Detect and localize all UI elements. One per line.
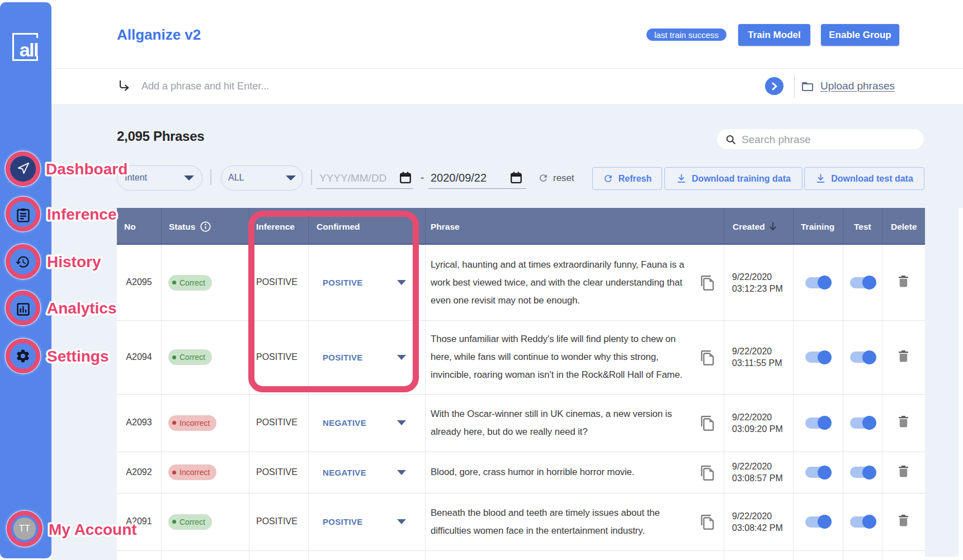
svg-text:Inference: Inference [47, 206, 117, 223]
svg-text:My Account: My Account [49, 521, 137, 538]
svg-text:History: History [47, 253, 101, 270]
svg-text:Settings: Settings [47, 348, 108, 365]
svg-text:Analytics: Analytics [47, 300, 117, 317]
svg-text:Dashboard: Dashboard [46, 160, 128, 178]
